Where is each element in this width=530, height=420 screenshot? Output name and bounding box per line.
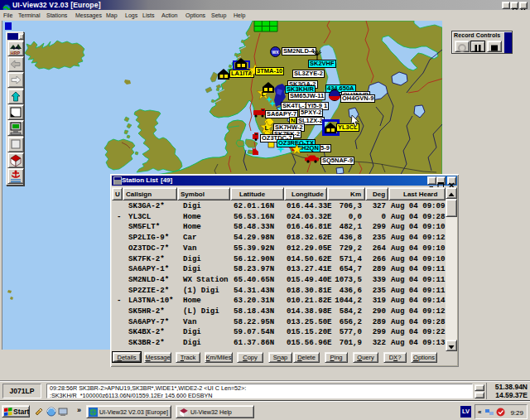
svg-text:L: L (265, 124, 269, 132)
svg-text:HRP: HRP (11, 51, 21, 56)
